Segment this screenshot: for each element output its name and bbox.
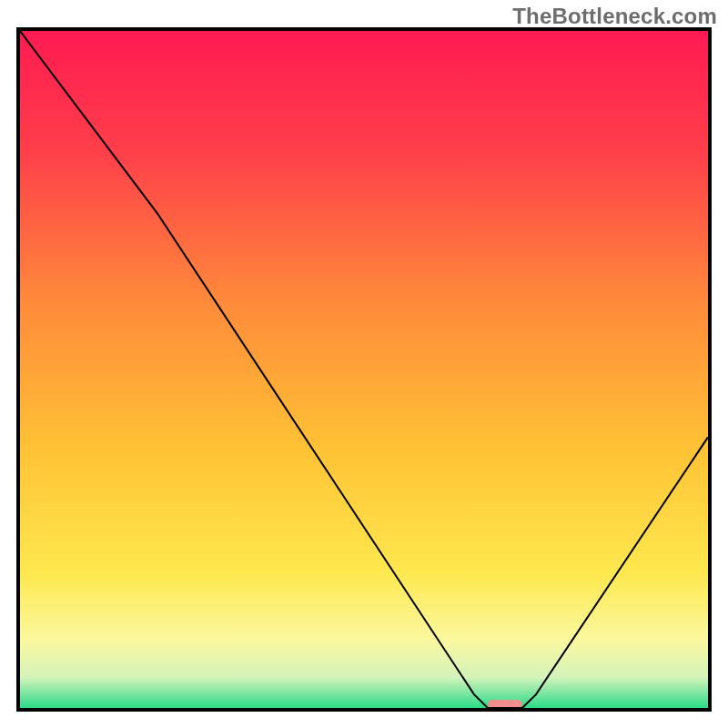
background-rect	[20, 31, 708, 708]
chart-container: TheBottleneck.com	[0, 0, 728, 728]
plot-frame	[16, 27, 712, 712]
optimal-range-marker	[488, 700, 522, 708]
plot-area	[20, 31, 708, 708]
watermark-text: TheBottleneck.com	[512, 4, 717, 29]
plot-svg	[20, 31, 708, 708]
